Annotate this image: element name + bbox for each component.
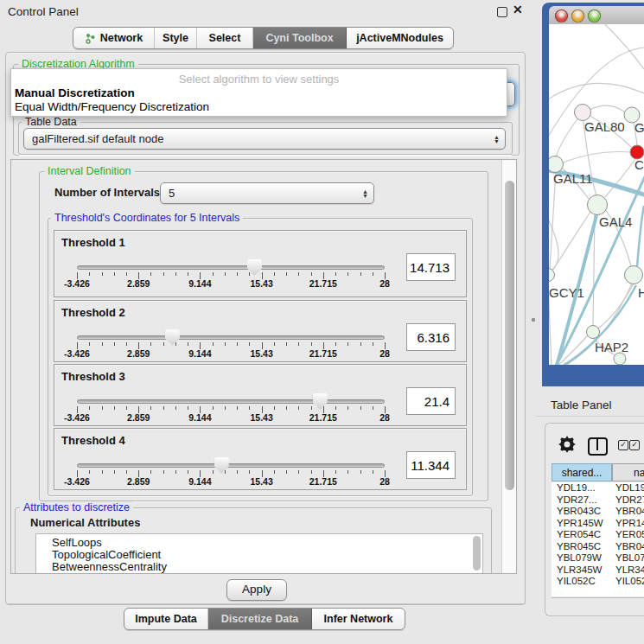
table-hscrollbar[interactable]: [552, 597, 644, 598]
mac-zoom-icon[interactable]: [588, 10, 601, 22]
threshold-slider-thumb[interactable]: [165, 329, 180, 346]
popup-item[interactable]: Equal Width/Frequency Discretization: [15, 100, 209, 113]
table-data-combobox[interactable]: galFiltered.sif default node ▲▼: [23, 128, 506, 150]
bottom-tab-impute-data[interactable]: Impute Data: [124, 609, 208, 629]
slider-tick-label: 21.715: [299, 412, 348, 423]
network-icon: [85, 33, 96, 44]
threshold-slider-track[interactable]: [77, 463, 385, 468]
cell-shared-name: YPR145W: [557, 518, 603, 530]
network-node: [549, 156, 564, 173]
slider-tick-label: 9.144: [175, 412, 224, 423]
settings-scrollbar-track[interactable]: [501, 160, 516, 573]
cell-name: YBL079W: [615, 552, 644, 564]
table-row[interactable]: YDR27...YDR27: [552, 494, 644, 507]
slider-tick-label: -3.426: [53, 476, 101, 487]
slider-tick-label: 15.43: [238, 476, 286, 487]
list-scrollbar[interactable]: [473, 536, 481, 571]
network-view-window: GAL80GCGAL11GAL4GCY1HHAP2: [542, 3, 644, 386]
popup-item[interactable]: Manual Discretization: [15, 86, 135, 99]
cell-shared-name: YDR27...: [557, 494, 597, 507]
threshold-label: Threshold 2: [61, 306, 125, 319]
table-panel: ✓ ✓ shared... name YDL19...YDL19YDR27...…: [545, 423, 644, 616]
cell-name: YDR27: [615, 494, 644, 507]
attribute-item[interactable]: SelfLoops: [36, 537, 482, 549]
cell-shared-name: YER054C: [557, 529, 601, 541]
slider-tick-label: -3.426: [53, 348, 101, 359]
table-row[interactable]: YBL079WYBL079W: [552, 552, 644, 564]
column-header-shared-name[interactable]: shared...: [552, 463, 612, 481]
table-row[interactable]: YER054CYER054C: [552, 529, 644, 541]
slider-tick-label: -3.426: [53, 278, 101, 289]
table-row[interactable]: YIL052CYIL052C: [552, 576, 644, 588]
application-window: Control Panel ✕ NetworkStyleSelectCyni T…: [0, 0, 644, 644]
table-row[interactable]: YLR345WYLR345W: [552, 564, 644, 577]
attribute-item[interactable]: BetweennessCentrality: [36, 561, 482, 573]
threshold-value-field[interactable]: 6.316: [406, 323, 456, 351]
tab-style[interactable]: Style: [155, 28, 197, 48]
table-row[interactable]: YDL19...YDL19: [552, 482, 644, 494]
divider: [7, 603, 526, 604]
table-row[interactable]: YPR145WYPR145W: [552, 518, 644, 530]
settings-scroll-panel: Interval Definition Number of Intervals …: [10, 159, 517, 574]
threshold-slider-thumb[interactable]: [214, 457, 229, 474]
settings-scrollbar-thumb[interactable]: [505, 181, 514, 490]
checkbox-icon[interactable]: ✓: [618, 440, 628, 450]
threshold-slider-track[interactable]: [77, 335, 385, 340]
interval-definition-title: Interval Definition: [44, 165, 135, 177]
cell-name: YBR043C: [615, 506, 644, 518]
slider-tick-label: -3.426: [53, 412, 101, 423]
slider-tick-label: 2.859: [114, 412, 163, 423]
slider-tick-label: 28: [360, 278, 409, 289]
cell-shared-name: YBL079W: [557, 552, 602, 564]
threshold-value-field[interactable]: 21.4: [406, 387, 456, 415]
bottom-tab-infer-network[interactable]: Infer Network: [312, 609, 405, 629]
popup-hint: Select algorithm to view settings: [11, 73, 507, 86]
tab-cyni-toolbox[interactable]: Cyni Toolbox: [253, 28, 347, 48]
checkbox-icon[interactable]: ✓: [629, 440, 640, 450]
gear-icon[interactable]: [558, 436, 576, 453]
close-icon[interactable]: ✕: [513, 3, 523, 16]
mac-minimize-icon[interactable]: [571, 10, 584, 22]
table-row[interactable]: YBR045CYBR045C: [552, 541, 644, 553]
cell-shared-name: YIL052C: [557, 576, 596, 588]
cell-name: YPR145W: [615, 518, 644, 530]
threshold-slider-track[interactable]: [77, 399, 385, 404]
threshold-slider-track[interactable]: [77, 265, 385, 270]
apply-button[interactable]: Apply: [226, 579, 287, 601]
node-label: H: [638, 285, 644, 300]
node-label: GCY1: [549, 285, 584, 300]
node-table: shared... name YDL19...YDL19YDR27...YDR2…: [552, 463, 644, 598]
column-header-name[interactable]: name: [612, 463, 644, 481]
splitter-grip-icon[interactable]: [532, 318, 535, 322]
threshold-value-field[interactable]: 14.713: [406, 253, 456, 281]
network-graph: GAL80GCGAL11GAL4GCY1HHAP2: [549, 24, 644, 365]
divider: [536, 416, 644, 417]
num-intervals-combobox[interactable]: 5 ▲▼: [160, 182, 374, 204]
bottom-tab-discretize-data[interactable]: Discretize Data: [208, 609, 312, 629]
threshold-value-field[interactable]: 11.344: [406, 451, 456, 479]
slider-tick-label: 28: [360, 412, 409, 423]
numerical-attributes-list[interactable]: SelfLoopsTopologicalCoefficientBetweenne…: [35, 533, 483, 574]
slider-tick-label: 2.859: [114, 278, 163, 289]
tab-network[interactable]: Network: [73, 28, 155, 48]
table-row[interactable]: YBR043CYBR043C: [552, 506, 644, 518]
tab-jactivemnodules[interactable]: jActiveMNodules: [347, 28, 453, 48]
tab-label: Cyni Toolbox: [265, 32, 333, 44]
threshold-label: Threshold 4: [61, 434, 125, 447]
cell-name: YIL052C: [615, 576, 644, 588]
cell-name: YER054C: [615, 529, 644, 541]
split-columns-icon[interactable]: [588, 437, 608, 456]
control-panel-title: Control Panel: [8, 5, 79, 18]
tab-label: Network: [100, 32, 143, 44]
slider-tick-label: 9.144: [175, 348, 224, 359]
slider-tick-label: 21.715: [299, 278, 348, 289]
tab-select[interactable]: Select: [197, 28, 253, 48]
tab-label: jActiveMNodules: [356, 32, 443, 44]
network-window-titlebar[interactable]: [549, 6, 644, 25]
attribute-item[interactable]: TopologicalCoefficient: [36, 549, 482, 561]
mac-close-icon[interactable]: [555, 10, 568, 22]
network-canvas[interactable]: GAL80GCGAL11GAL4GCY1HHAP2: [549, 24, 644, 365]
threshold-slider-thumb[interactable]: [313, 393, 328, 410]
float-window-icon[interactable]: [497, 7, 507, 17]
cell-shared-name: YBR045C: [557, 541, 601, 553]
